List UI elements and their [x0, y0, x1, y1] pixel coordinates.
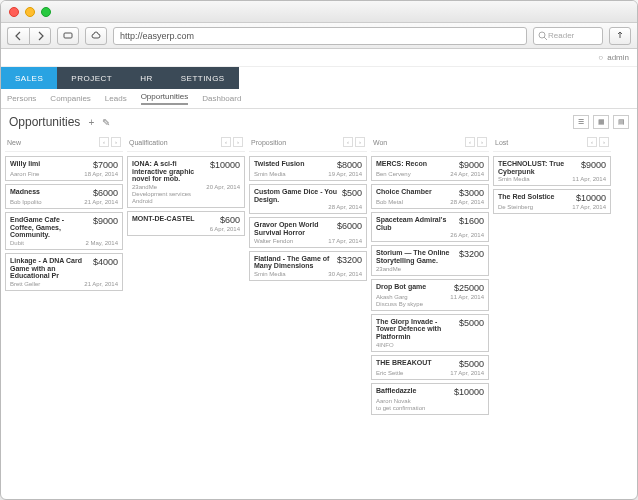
opportunity-card[interactable]: Gravor Open World Survival Horror$6000Wa…	[249, 217, 367, 247]
column-actions: ‹›	[465, 137, 487, 147]
add-button[interactable]: +	[88, 117, 94, 128]
card-title: MERCS: Recon	[376, 160, 427, 168]
share-button[interactable]	[609, 27, 631, 45]
collapse-icon[interactable]: ‹	[221, 137, 231, 147]
window-zoom-icon[interactable]	[41, 7, 51, 17]
column-cards: TECHNOLUST: True Cyberpunk$9000Smin Medi…	[493, 156, 611, 214]
main-tab-sales[interactable]: SALES	[1, 67, 57, 89]
opportunity-card[interactable]: MONT-DE-CASTEL$6006 Apr, 2014	[127, 211, 245, 236]
card-title: Twisted Fusion	[254, 160, 304, 168]
opportunity-card[interactable]: Linkage - A DNA Card Game with an Educat…	[5, 253, 123, 291]
card-extra: to get confirmation	[376, 405, 484, 411]
forward-button[interactable]	[29, 27, 51, 45]
card-title: Madness	[10, 188, 40, 196]
card-title: Storium — The Online Storytelling Game.	[376, 249, 455, 264]
collapse-icon[interactable]: ‹	[465, 137, 475, 147]
kanban-column: Proposition‹›Twisted Fusion$8000Smin Med…	[249, 135, 367, 495]
card-title: Gravor Open World Survival Horror	[254, 221, 333, 236]
card-owner: Aaron Novak	[376, 398, 411, 404]
sub-tab-leads[interactable]: Leads	[105, 94, 127, 103]
card-title: Spaceteam Admiral's Club	[376, 216, 455, 231]
sub-tab-persons[interactable]: Persons	[7, 94, 36, 103]
nav-back-forward	[7, 27, 51, 45]
opportunity-card[interactable]: EndGame Cafe - Coffee, Games, Community.…	[5, 212, 123, 250]
opportunity-card[interactable]: Twisted Fusion$8000Smin Media19 Apr, 201…	[249, 156, 367, 181]
card-date: 26 Apr, 2014	[450, 232, 484, 238]
column-header: New‹›	[5, 135, 123, 152]
card-owner: Akash Garg	[376, 294, 408, 300]
card-amount: $3200	[459, 249, 484, 259]
card-title: EndGame Cafe - Coffee, Games, Community.	[10, 216, 89, 239]
expand-icon[interactable]: ›	[111, 137, 121, 147]
opportunity-card[interactable]: MERCS: Recon$9000Ben Cerveny24 Apr, 2014	[371, 156, 489, 181]
collapse-icon[interactable]: ‹	[99, 137, 109, 147]
opportunity-card[interactable]: Madness$6000Bob Ippolito21 Apr, 2014	[5, 184, 123, 209]
sub-tab-companies[interactable]: Companies	[50, 94, 90, 103]
card-owner: De Steinberg	[498, 204, 533, 210]
main-tabs: SALESPROJECTHRSETTINGS	[1, 67, 637, 89]
column-title: Qualification	[129, 139, 168, 146]
card-title: TECHNOLUST: True Cyberpunk	[498, 160, 577, 175]
opportunity-card[interactable]: THE BREAKOUT$5000Eric Settle17 Apr, 2014	[371, 355, 489, 380]
column-actions: ‹›	[221, 137, 243, 147]
sub-tab-dashboard[interactable]: Dashboard	[202, 94, 241, 103]
card-extra: Discuss By skype	[376, 301, 484, 307]
opportunity-card[interactable]: The Red Solstice$10000De Steinberg17 Apr…	[493, 189, 611, 214]
opportunity-card[interactable]: Storium — The Online Storytelling Game.$…	[371, 245, 489, 275]
edit-button[interactable]: ✎	[102, 117, 110, 128]
view-grid-button[interactable]: ▦	[593, 115, 609, 129]
collapse-icon[interactable]: ‹	[343, 137, 353, 147]
opportunity-card[interactable]: Baffledazzle$10000Aaron Novakto get conf…	[371, 383, 489, 415]
page-header: Opportunities + ✎ ☰ ▦ ▤	[1, 109, 637, 135]
card-owner: Walter Fendon	[254, 238, 293, 244]
main-tab-project[interactable]: PROJECT	[57, 67, 126, 89]
card-date: 2 May, 2014	[85, 240, 118, 246]
sub-tab-opportunities[interactable]: Opportunities	[141, 92, 189, 105]
card-title: MONT-DE-CASTEL	[132, 215, 195, 223]
cloud-button[interactable]	[85, 27, 107, 45]
main-tab-settings[interactable]: SETTINGS	[167, 67, 239, 89]
column-cards: Twisted Fusion$8000Smin Media19 Apr, 201…	[249, 156, 367, 281]
window-close-icon[interactable]	[9, 7, 19, 17]
column-header: Lost‹›	[493, 135, 611, 152]
expand-icon[interactable]: ›	[599, 137, 609, 147]
opportunity-card[interactable]: Custom Game Dice - You Design.$50028 Apr…	[249, 184, 367, 214]
card-date: 11 Apr, 2014	[572, 176, 606, 182]
card-title: THE BREAKOUT	[376, 359, 432, 367]
user-name[interactable]: admin	[607, 53, 629, 62]
back-button[interactable]	[7, 27, 29, 45]
card-owner: Ben Cerveny	[376, 171, 411, 177]
url-input[interactable]	[113, 27, 527, 45]
view-kanban-button[interactable]: ▤	[613, 115, 629, 129]
opportunity-card[interactable]: Flatland - The Game of Many Dimensions$3…	[249, 251, 367, 281]
card-amount: $500	[342, 188, 362, 198]
expand-icon[interactable]: ›	[355, 137, 365, 147]
card-amount: $1600	[459, 216, 484, 226]
opportunity-card[interactable]: The Glorp Invade - Tower Defence with Pl…	[371, 314, 489, 352]
opportunity-card[interactable]: IONA: A sci-fi interactive graphic novel…	[127, 156, 245, 208]
expand-icon[interactable]: ›	[233, 137, 243, 147]
collapse-icon[interactable]: ‹	[587, 137, 597, 147]
window-minimize-icon[interactable]	[25, 7, 35, 17]
bookmark-button[interactable]	[57, 27, 79, 45]
card-date: 6 Apr, 2014	[210, 226, 240, 232]
card-extra: Development services	[132, 191, 240, 197]
card-owner: 23andMe	[132, 184, 157, 190]
view-list-button[interactable]: ☰	[573, 115, 589, 129]
opportunity-card[interactable]: TECHNOLUST: True Cyberpunk$9000Smin Medi…	[493, 156, 611, 186]
kanban-board: New‹›Willy limi$7000Aaron Fine18 Apr, 20…	[1, 135, 637, 500]
browser-search[interactable]: Reader	[533, 27, 603, 45]
card-date: 30 Apr, 2014	[328, 271, 362, 277]
card-date: 28 Apr, 2014	[450, 199, 484, 205]
opportunity-card[interactable]: Willy limi$7000Aaron Fine18 Apr, 2014	[5, 156, 123, 181]
column-title: New	[7, 139, 21, 146]
opportunity-card[interactable]: Spaceteam Admiral's Club$160026 Apr, 201…	[371, 212, 489, 242]
card-owner: 4INFO	[376, 342, 394, 348]
card-amount: $600	[220, 215, 240, 225]
column-actions: ‹›	[587, 137, 609, 147]
main-tab-hr[interactable]: HR	[126, 67, 167, 89]
expand-icon[interactable]: ›	[477, 137, 487, 147]
opportunity-card[interactable]: Drop Bot game$25000Akash Garg11 Apr, 201…	[371, 279, 489, 311]
opportunity-card[interactable]: Choice Chamber$3000Bob Metal28 Apr, 2014	[371, 184, 489, 209]
sub-tabs: PersonsCompaniesLeadsOpportunitiesDashbo…	[1, 89, 637, 109]
